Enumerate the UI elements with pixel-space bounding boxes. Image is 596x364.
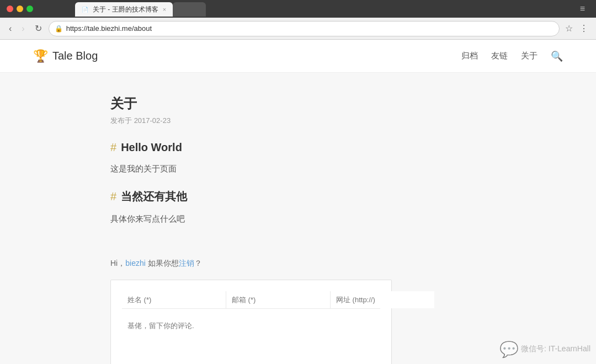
- nav-about[interactable]: 关于: [521, 51, 538, 61]
- hash-icon-2: #: [110, 190, 116, 203]
- site-header: 🏆 Tale Blog 归档 友链 关于 🔍: [0, 40, 596, 73]
- lock-icon: 🔒: [55, 25, 63, 33]
- active-tab[interactable]: 📄 关于 - 王爵的技术博客 ×: [75, 2, 173, 17]
- article-body: # Hello World 这是我的关于页面 # 当然还有其他 具体你来写点什么…: [110, 141, 486, 226]
- section-2-content: 具体你来写点什么吧: [110, 212, 486, 226]
- section-1-title: Hello World: [121, 141, 182, 154]
- tab-favicon: 📄: [82, 7, 88, 13]
- email-input[interactable]: [226, 291, 331, 308]
- logout-link[interactable]: 注销: [179, 259, 194, 267]
- website-input[interactable]: [331, 291, 434, 308]
- name-input[interactable]: [122, 291, 226, 308]
- page-date: 发布于 2017-02-23: [110, 116, 486, 126]
- section-1-content: 这是我的关于页面: [110, 162, 486, 176]
- section-2-heading: # 当然还有其他: [110, 189, 486, 204]
- bookmark-button[interactable]: ☆: [563, 21, 575, 36]
- url-text: https://tale.biezhi.me/about: [66, 24, 554, 33]
- comment-end-text: ？: [194, 259, 202, 267]
- maximize-window-button[interactable]: [26, 6, 33, 12]
- logo-icon: 🏆: [33, 49, 48, 63]
- comment-intro-text: Hi，: [110, 259, 125, 267]
- browser-toolbar: ‹ › ↻ 🔒 https://tale.biezhi.me/about ☆ ⋮: [0, 18, 596, 40]
- nav-archive[interactable]: 归档: [461, 51, 478, 61]
- tab-close-icon[interactable]: ×: [163, 6, 166, 13]
- nav-links[interactable]: 友链: [491, 51, 508, 61]
- page-title: 关于: [110, 95, 486, 113]
- page-wrapper: 🏆 Tale Blog 归档 友链 关于 🔍 关于 发布于 2017-02-23…: [0, 40, 596, 364]
- browser-menu-button[interactable]: ⋮: [577, 21, 590, 36]
- section-1-heading: # Hello World: [110, 141, 486, 154]
- comment-section: Hi，biezhi 如果你想注销？ 提交: [110, 248, 486, 364]
- tab-title: 关于 - 王爵的技术博客: [93, 5, 158, 14]
- back-button[interactable]: ‹: [6, 22, 15, 36]
- comment-middle-text: 如果你想: [146, 259, 179, 267]
- published-date: 2017-02-23: [134, 116, 171, 125]
- published-prefix: 发布于: [110, 116, 132, 125]
- section-2-title: 当然还有其他: [121, 189, 187, 204]
- minimize-window-button[interactable]: [17, 6, 23, 12]
- inactive-tab[interactable]: [173, 2, 206, 17]
- user-link[interactable]: biezhi: [125, 259, 146, 267]
- comment-form-top-row: [122, 291, 380, 309]
- main-content: 关于 发布于 2017-02-23 # Hello World 这是我的关于页面…: [0, 73, 596, 364]
- traffic-lights: [7, 6, 33, 12]
- comment-form: 提交: [110, 280, 392, 364]
- comment-intro: Hi，biezhi 如果你想注销？: [110, 259, 486, 269]
- reload-button[interactable]: ↻: [31, 21, 45, 36]
- close-window-button[interactable]: [7, 6, 13, 12]
- hash-icon-1: #: [110, 141, 116, 154]
- comment-textarea[interactable]: [122, 315, 380, 364]
- logo-text: Tale Blog: [52, 50, 98, 62]
- search-icon[interactable]: 🔍: [551, 50, 563, 62]
- window-menu-icon[interactable]: ≡: [580, 4, 585, 13]
- forward-button[interactable]: ›: [18, 22, 28, 36]
- site-nav: 归档 友链 关于 🔍: [461, 50, 563, 62]
- site-logo[interactable]: 🏆 Tale Blog: [33, 49, 98, 63]
- url-bar[interactable]: 🔒 https://tale.biezhi.me/about: [49, 21, 560, 36]
